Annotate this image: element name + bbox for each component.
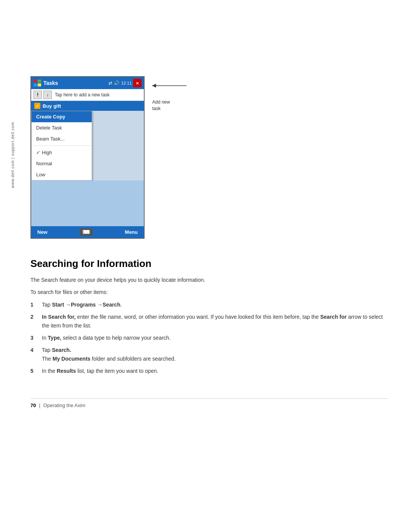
step-content-5: In the Results list, tap the item you wa… — [42, 367, 388, 375]
tap-hint-text: Tap here to add a new task — [53, 92, 142, 97]
priority-button[interactable]: ! — [33, 91, 42, 99]
page-number: 70 — [30, 403, 36, 408]
annotation-text: Add new task — [152, 99, 170, 112]
title-bar: Tasks ⇄ 🔊 12:11 × — [31, 77, 144, 89]
windows-flag-icon — [33, 80, 41, 86]
sync-icon: ⇄ — [108, 80, 112, 86]
annotation: Add new task — [152, 76, 198, 112]
svg-rect-3 — [38, 83, 41, 86]
keyboard-icon[interactable]: ⌨ — [80, 228, 93, 236]
bottom-bar: New ⌨ Menu — [31, 226, 144, 238]
step-content-4: Tap Search. The My Documents folder and … — [42, 346, 388, 363]
step-content-3: In Type, select a data type to help narr… — [42, 334, 388, 342]
section-heading: Searching for Information — [30, 258, 388, 270]
annotation-arrow-svg — [152, 80, 198, 99]
step-number-5: 5 — [30, 367, 42, 375]
side-text: www.dell.com | support.dell.com — [11, 122, 15, 188]
list-item: 1 Tap Start →Programs →Search. — [30, 300, 388, 309]
intro-text-2: To search for files or other items: — [30, 288, 388, 296]
svg-rect-1 — [38, 80, 41, 83]
svg-rect-0 — [33, 80, 37, 83]
clock-time: 12:11 — [121, 81, 132, 85]
context-menu-item-create-copy[interactable]: Create Copy — [32, 111, 92, 122]
list-item: 5 In the Results list, tap the item you … — [30, 367, 388, 375]
task-item-row[interactable]: ✓ Buy gift — [31, 101, 144, 111]
step-number-1: 1 — [30, 300, 42, 309]
pda-screen: Tasks ⇄ 🔊 12:11 × ! ↓ Tap here to add a … — [30, 76, 145, 239]
footer-separator: | — [39, 403, 40, 408]
blue-content-area — [31, 181, 144, 226]
title-bar-left: Tasks — [33, 80, 58, 86]
toolbar-row: ! ↓ Tap here to add a new task — [31, 89, 144, 101]
list-item: 3 In Type, select a data type to help na… — [30, 334, 388, 342]
svg-marker-7 — [152, 84, 156, 88]
step-content-1: Tap Start →Programs →Search. — [42, 300, 388, 309]
step-content-2: In Search for, enter the file name, word… — [42, 313, 388, 330]
menu-button[interactable]: Menu — [125, 229, 138, 235]
svg-rect-2 — [33, 83, 37, 86]
annotation-line2: task — [152, 106, 161, 111]
context-menu-item-high[interactable]: ✓High — [32, 147, 92, 158]
sort-button[interactable]: ↓ — [43, 91, 52, 99]
intro-text-1: The Search feature on your device helps … — [30, 276, 388, 284]
task-item-label: Buy gift — [43, 103, 61, 109]
title-bar-right: ⇄ 🔊 12:11 × — [108, 79, 142, 87]
context-menu-item-delete-task[interactable]: Delete Task — [32, 122, 92, 133]
context-menu-item-normal[interactable]: Normal — [32, 158, 92, 169]
step-number-4: 4 — [30, 346, 42, 354]
svg-text:✓: ✓ — [36, 104, 39, 108]
steps-list: 1 Tap Start →Programs →Search. 2 In Sear… — [30, 300, 388, 375]
list-item: 2 In Search for, enter the file name, wo… — [30, 313, 388, 330]
list-item: 4 Tap Search. The My Documents folder an… — [30, 346, 388, 363]
device-screenshot: Tasks ⇄ 🔊 12:11 × ! ↓ Tap here to add a … — [30, 76, 388, 239]
context-menu: Create Copy Delete Task Beam Task... ✓Hi… — [31, 111, 92, 181]
footer-label: Operating the Axim — [43, 403, 86, 408]
window-title: Tasks — [43, 80, 58, 86]
close-button[interactable]: × — [133, 79, 142, 87]
step-number-3: 3 — [30, 334, 42, 342]
speaker-icon: 🔊 — [114, 80, 119, 86]
task-icon: ✓ — [34, 103, 40, 109]
context-menu-item-beam-task[interactable]: Beam Task... — [32, 133, 92, 144]
page-footer: 70 | Operating the Axim — [30, 398, 388, 408]
new-button[interactable]: New — [37, 229, 48, 235]
context-menu-item-low[interactable]: Low — [32, 169, 92, 180]
context-menu-divider — [32, 145, 92, 146]
step-number-2: 2 — [30, 313, 42, 321]
annotation-line1: Add new — [152, 99, 170, 105]
